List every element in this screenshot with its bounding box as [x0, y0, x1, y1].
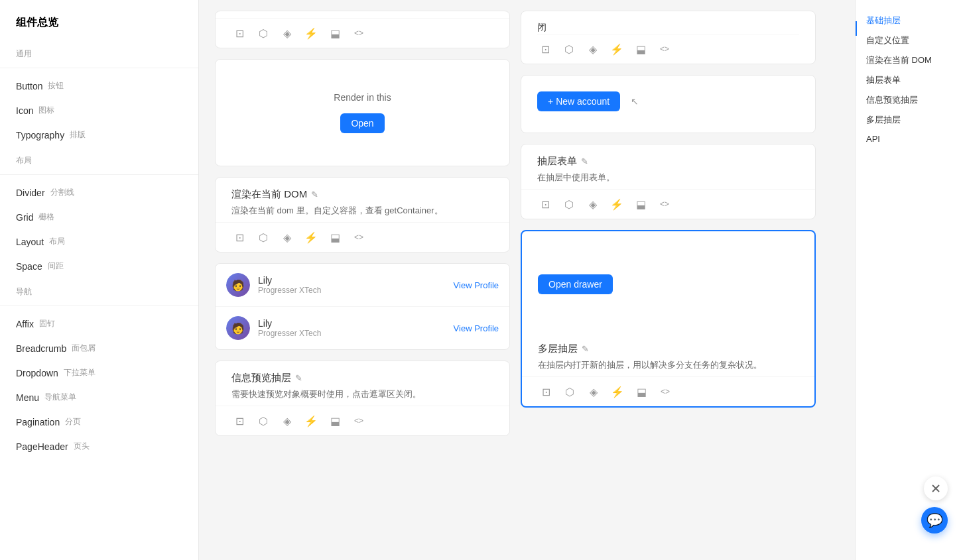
- lightning-icon-r2[interactable]: ⚡: [609, 196, 625, 212]
- preview-drawer-edit-icon[interactable]: ✎: [295, 373, 302, 383]
- sidebar-item-button-zh: 按钮: [48, 80, 64, 91]
- copy-icon-2[interactable]: ⊡: [231, 229, 247, 245]
- sidebar-item-menu-en: Menu: [16, 392, 39, 403]
- right-column: 闭 ⊡ ⬡ ◈ ⚡ ⬓ <> + New account: [521, 11, 816, 436]
- sidebar-item-pageheader[interactable]: PageHeader 页头: [0, 434, 198, 459]
- codepen-icon[interactable]: ◈: [279, 25, 295, 41]
- sidebar-item-button-en: Button: [16, 81, 42, 91]
- view-profile-link-2[interactable]: View Profile: [454, 323, 499, 333]
- sidebar-item-grid[interactable]: Grid 栅格: [0, 205, 198, 229]
- sidebar-item-divider-zh: 分割线: [50, 187, 74, 198]
- nav-item-multi[interactable]: 多层抽层: [856, 110, 961, 130]
- nav-item-preview[interactable]: 信息预览抽层: [856, 90, 961, 110]
- code-icon-r1[interactable]: <>: [657, 41, 673, 57]
- user-name-2: Lily: [258, 318, 446, 329]
- top-partial-toolbar: ⊡ ⬡ ◈ ⚡ ⬓ <>: [216, 18, 509, 48]
- sidebar-title: 组件总览: [0, 11, 198, 40]
- nav-item-render-dom[interactable]: 渲染在当前 DOM: [856, 50, 961, 70]
- code-icon-2[interactable]: <>: [351, 229, 367, 245]
- float-chat-button[interactable]: 💬: [921, 507, 948, 533]
- avatar-1: 🧑: [226, 273, 250, 297]
- sandbox-icon-2[interactable]: ⬡: [255, 229, 271, 245]
- preview-drawer-toolbar: ⊡ ⬡ ◈ ⚡ ⬓ <>: [216, 406, 509, 435]
- lightning-icon-r1[interactable]: ⚡: [609, 41, 625, 57]
- form-drawer-edit-icon[interactable]: ✎: [581, 156, 588, 166]
- sidebar-item-typography-zh: 排版: [70, 129, 86, 140]
- nav-item-basic[interactable]: 基础抽层: [856, 11, 961, 30]
- close-partial-card: 闭 ⊡ ⬡ ◈ ⚡ ⬓ <>: [521, 11, 816, 64]
- sidebar-item-dropdown[interactable]: Dropdown 下拉菜单: [0, 361, 198, 385]
- sandbox-icon-r2[interactable]: ⬡: [561, 196, 577, 212]
- lightning-icon-r3[interactable]: ⚡: [609, 384, 625, 400]
- sandbox-icon-r1[interactable]: ⬡: [561, 41, 577, 57]
- lightning-icon[interactable]: ⚡: [303, 25, 319, 41]
- sidebar-item-pagination[interactable]: Pagination 分页: [0, 410, 198, 434]
- sidebar-item-dropdown-zh: 下拉菜单: [64, 367, 96, 378]
- nav-item-api[interactable]: API: [856, 130, 961, 148]
- open-button[interactable]: Open: [340, 113, 384, 133]
- codepen-icon-r3[interactable]: ◈: [586, 384, 602, 400]
- multi-drawer-edit-icon[interactable]: ✎: [582, 344, 589, 354]
- lightning-icon-2[interactable]: ⚡: [303, 229, 319, 245]
- sidebar-item-affix-zh: 固钉: [39, 318, 55, 329]
- sidebar-item-typography-en: Typography: [16, 130, 64, 140]
- sidebar-item-button[interactable]: Button 按钮: [0, 74, 198, 98]
- close-partial-toolbar: ⊡ ⬡ ◈ ⚡ ⬓ <>: [537, 34, 799, 64]
- sidebar-item-pageheader-en: PageHeader: [16, 441, 68, 452]
- sidebar-item-icon[interactable]: Icon 图标: [0, 98, 198, 123]
- sandbox-icon[interactable]: ⬡: [255, 25, 271, 41]
- download-icon-r2[interactable]: ⬓: [633, 196, 649, 212]
- float-cancel-button[interactable]: [924, 476, 948, 500]
- copy-icon-r1[interactable]: ⊡: [537, 41, 553, 57]
- code-icon-r2[interactable]: <>: [657, 196, 673, 212]
- copy-icon[interactable]: ⊡: [231, 25, 247, 41]
- copy-icon-r2[interactable]: ⊡: [537, 196, 553, 212]
- render-dom-info: 渲染在当前 DOM ✎ 渲染在当前 dom 里。自定义容器，查看 getCont…: [216, 178, 509, 222]
- copy-icon-r3[interactable]: ⊡: [538, 384, 554, 400]
- sidebar-item-menu-zh: 导航菜单: [44, 392, 76, 403]
- sidebar-item-space[interactable]: Space 间距: [0, 254, 198, 278]
- sidebar-item-affix[interactable]: Affix 固钉: [0, 311, 198, 336]
- active-indicator-bar: [856, 21, 857, 36]
- download-icon[interactable]: ⬓: [327, 25, 343, 41]
- codepen-icon-r1[interactable]: ◈: [585, 41, 601, 57]
- render-demo-text: Render in this: [334, 92, 391, 103]
- new-account-button[interactable]: + New account: [537, 91, 620, 111]
- copy-icon-5[interactable]: ⊡: [231, 413, 247, 429]
- user-name-1: Lily: [258, 275, 446, 286]
- sidebar-item-typography[interactable]: Typography 排版: [0, 123, 198, 147]
- user-item-1: 🧑 Lily Progresser XTech View Profile: [216, 264, 509, 307]
- sidebar-item-menu[interactable]: Menu 导航菜单: [0, 385, 198, 410]
- sidebar-item-grid-zh: 栅格: [38, 211, 54, 223]
- codepen-icon-5[interactable]: ◈: [279, 413, 295, 429]
- codepen-icon-2[interactable]: ◈: [279, 229, 295, 245]
- render-dom-edit-icon[interactable]: ✎: [311, 190, 318, 199]
- sidebar-item-layout-en: Layout: [16, 237, 44, 247]
- download-icon-r1[interactable]: ⬓: [633, 41, 649, 57]
- sidebar-item-pagination-zh: 分页: [65, 416, 81, 427]
- sidebar-item-breadcrumb[interactable]: Breadcrumb 面包屑: [0, 336, 198, 361]
- code-icon[interactable]: <>: [351, 25, 367, 41]
- preview-drawer-card: 信息预览抽层 ✎ 需要快速预览对象概要时使用，点击遮罩区关闭。 ⊡ ⬡ ◈ ⚡ …: [215, 361, 510, 436]
- download-icon-5[interactable]: ⬓: [327, 413, 343, 429]
- multi-drawer-demo: Open drawer: [522, 231, 814, 337]
- code-icon-r3[interactable]: <>: [657, 384, 673, 400]
- render-demo-card: Render in this Open: [215, 59, 510, 166]
- open-drawer-button[interactable]: Open drawer: [538, 274, 613, 294]
- download-icon-r3[interactable]: ⬓: [633, 384, 649, 400]
- view-profile-link-1[interactable]: View Profile: [454, 280, 499, 290]
- nav-item-custom-pos[interactable]: 自定义位置: [856, 30, 961, 50]
- sidebar-item-divider[interactable]: Divider 分割线: [0, 180, 198, 205]
- code-icon-5[interactable]: <>: [351, 413, 367, 429]
- sidebar-item-layout[interactable]: Layout 布局: [0, 229, 198, 254]
- download-icon-2[interactable]: ⬓: [327, 229, 343, 245]
- sidebar-item-space-zh: 间距: [48, 260, 64, 272]
- codepen-icon-r2[interactable]: ◈: [585, 196, 601, 212]
- lightning-icon-5[interactable]: ⚡: [303, 413, 319, 429]
- new-account-area: + New account ↖: [537, 91, 799, 111]
- form-drawer-title: 抽层表单 ✎: [537, 155, 799, 168]
- sandbox-icon-r3[interactable]: ⬡: [562, 384, 578, 400]
- nav-item-form-drawer[interactable]: 抽层表单: [856, 70, 961, 90]
- sandbox-icon-5[interactable]: ⬡: [255, 413, 271, 429]
- sidebar-item-grid-en: Grid: [16, 212, 33, 223]
